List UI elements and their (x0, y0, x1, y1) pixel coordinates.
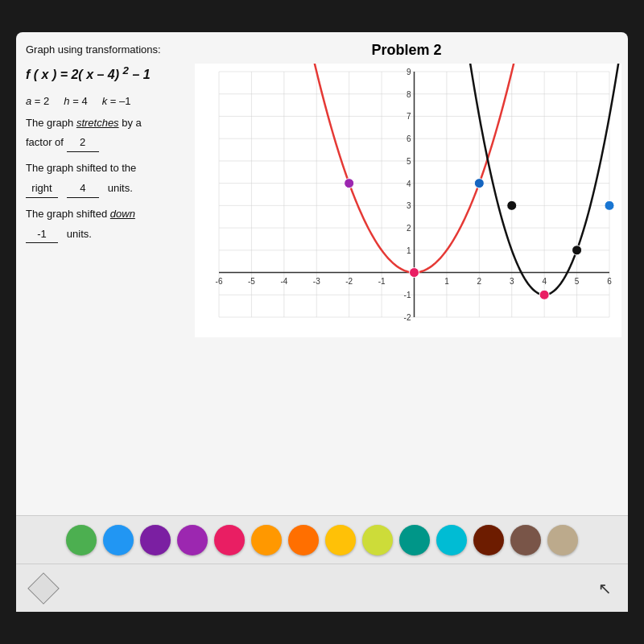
color-swatch[interactable] (473, 525, 504, 555)
formula: f ( x ) = 2( x – 4) 2 – 1 (26, 62, 187, 85)
factor-value: 2 (67, 134, 99, 152)
color-swatch[interactable] (325, 525, 356, 555)
color-palette (16, 515, 628, 564)
color-swatch[interactable] (251, 525, 282, 555)
color-swatch[interactable] (103, 525, 134, 555)
left-panel: Graph using transformations: f ( x ) = 2… (26, 42, 187, 506)
right-panel: Problem 2 (195, 42, 618, 506)
graph-title: Graph using transformations: (26, 42, 187, 59)
problem-title: Problem 2 (195, 42, 618, 59)
direction-value: right (26, 180, 58, 198)
line-direction: right 4 units. (26, 180, 187, 198)
color-swatch[interactable] (362, 525, 393, 555)
units2-value: -1 (26, 226, 58, 244)
direction2-value: down (110, 208, 135, 220)
line-stretches: The graph stretches by a (26, 115, 187, 132)
cursor-icon: ↖ (598, 579, 612, 598)
color-swatch[interactable] (436, 525, 467, 555)
line-factor: factor of 2 (26, 134, 187, 152)
graph-canvas (195, 64, 621, 337)
color-swatch[interactable] (510, 525, 541, 555)
stretches-word: stretches (76, 117, 119, 129)
line-units2: -1 units. (26, 226, 187, 244)
line-down: The graph shifted down (26, 206, 187, 223)
screen: Graph using transformations: f ( x ) = 2… (16, 32, 628, 612)
color-swatch[interactable] (177, 525, 208, 555)
color-swatch[interactable] (214, 525, 245, 555)
line-shifted: The graph shifted to the (26, 160, 187, 177)
main-content: Graph using transformations: f ( x ) = 2… (16, 32, 628, 515)
color-swatch[interactable] (140, 525, 171, 555)
color-swatch[interactable] (399, 525, 430, 555)
params: a = 2 h = 4 k = –1 (26, 93, 187, 110)
units1-value: 4 (67, 180, 99, 198)
diamond-icon[interactable] (27, 572, 60, 605)
color-swatch[interactable] (66, 525, 97, 555)
color-swatch[interactable] (547, 525, 578, 555)
bottom-bar: ↖ (16, 564, 628, 612)
color-swatch[interactable] (288, 525, 319, 555)
graph-container (195, 64, 618, 337)
